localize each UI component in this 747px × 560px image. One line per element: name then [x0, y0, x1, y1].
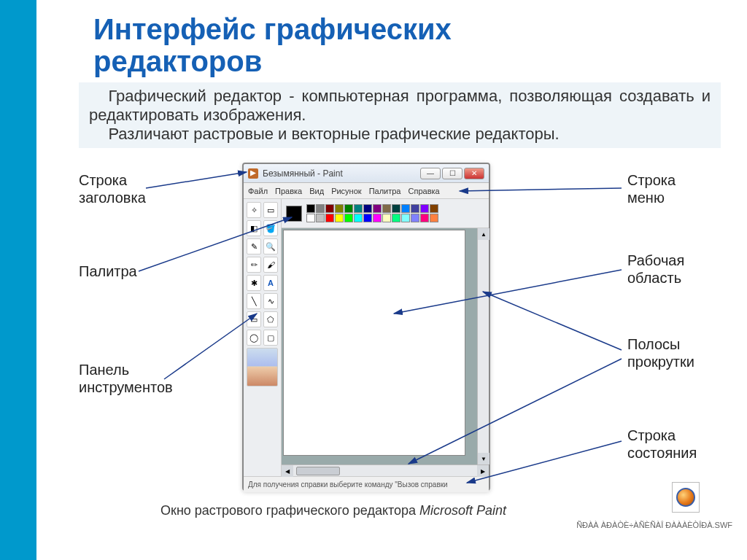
window-controls: — ☐ ✕: [420, 168, 484, 179]
canvas-area: [282, 228, 489, 464]
tool-spray[interactable]: ✱: [247, 275, 261, 291]
color-swatch[interactable]: [335, 204, 344, 213]
minimize-button[interactable]: —: [420, 168, 441, 179]
color-swatches: [306, 204, 438, 222]
tool-pencil[interactable]: ✏: [247, 257, 261, 273]
color-swatch[interactable]: [306, 204, 315, 213]
vertical-scrollbar[interactable]: [477, 228, 489, 464]
label-menubar: Строкаменю: [627, 171, 676, 206]
swf-file-label: ÑÐÀÀ ÀÐÀÒÈ÷ÀÑÈÑÀÎ ÐÀÀÀÈÒÎÐÀ.SWF: [576, 521, 732, 529]
color-swatch[interactable]: [344, 204, 353, 213]
color-swatch[interactable]: [316, 204, 325, 213]
tool-rect[interactable]: ▭: [247, 311, 261, 327]
color-swatch[interactable]: [382, 204, 391, 213]
description-box: Графический редактор - компьютерная прог…: [79, 82, 721, 148]
status-text: Для получения справки выберите команду "…: [248, 481, 448, 489]
right-pane: [282, 199, 489, 476]
tool-picker[interactable]: ✎: [247, 238, 261, 254]
color-swatch[interactable]: [325, 204, 334, 213]
color-swatch[interactable]: [306, 214, 315, 222]
color-swatch[interactable]: [401, 204, 410, 213]
color-swatch[interactable]: [325, 214, 334, 222]
description-paragraph-2: Различают растровые и векторные графичес…: [89, 125, 711, 144]
tool-fill[interactable]: 🪣: [263, 220, 278, 236]
color-swatch[interactable]: [420, 204, 429, 213]
paint-window: Безымянный - Paint — ☐ ✕ Файл Правка Вид…: [242, 163, 490, 491]
label-workarea: Рабочаяобласть: [627, 252, 684, 287]
color-swatch[interactable]: [363, 214, 372, 222]
tool-options-2[interactable]: [247, 366, 278, 386]
tool-roundrect[interactable]: ▢: [263, 330, 278, 346]
color-swatch[interactable]: [382, 214, 391, 222]
window-title-text: Безымянный - Paint: [263, 168, 343, 179]
tool-rect-select[interactable]: ▭: [263, 202, 278, 218]
title-line-2: редакторов: [93, 45, 262, 77]
caption-app-name: Microsoft Paint: [419, 503, 506, 518]
color-swatch[interactable]: [430, 214, 438, 222]
menu-help[interactable]: Справка: [409, 187, 440, 195]
color-swatch[interactable]: [373, 204, 382, 213]
maximize-button[interactable]: ☐: [442, 168, 462, 179]
tool-polygon[interactable]: ⬠: [263, 311, 278, 327]
color-fg-bg[interactable]: [286, 206, 302, 222]
tool-brush[interactable]: 🖌: [263, 257, 278, 273]
svg-line-5: [483, 292, 622, 350]
color-swatch[interactable]: [335, 214, 344, 222]
tool-eraser[interactable]: ◧: [247, 220, 261, 236]
menu-image[interactable]: Рисунок: [331, 187, 362, 195]
color-swatch[interactable]: [344, 214, 353, 222]
close-button[interactable]: ✕: [464, 168, 484, 179]
color-swatch[interactable]: [392, 204, 400, 213]
label-palette: Палитра: [79, 262, 137, 280]
description-paragraph-1: Графический редактор - компьютерная прог…: [89, 87, 711, 125]
caption-text: Окно растрового графического редактора: [160, 503, 419, 518]
color-swatch[interactable]: [354, 204, 363, 213]
menu-view[interactable]: Вид: [309, 187, 324, 195]
menu-file[interactable]: Файл: [248, 187, 268, 195]
window-body: ✧ ▭ ◧ 🪣 ✎ 🔍 ✏ 🖌 ✱ A ╲ ∿ ▭ ⬠ ◯ ▢: [244, 199, 489, 476]
slide-accent-bar: [0, 0, 36, 560]
label-scrollbars: Полосыпрокрутки: [627, 335, 694, 370]
swf-file-icon[interactable]: [672, 482, 700, 513]
horizontal-scrollbar[interactable]: [282, 464, 489, 476]
svg-line-0: [146, 172, 247, 188]
color-swatch[interactable]: [316, 214, 325, 222]
tool-freeform-select[interactable]: ✧: [247, 202, 261, 218]
window-titlebar[interactable]: Безымянный - Paint — ☐ ✕: [244, 164, 489, 183]
label-statusbar: Строкасостояния: [627, 427, 697, 462]
status-bar: Для получения справки выберите команду "…: [244, 476, 489, 492]
color-swatch[interactable]: [392, 214, 400, 222]
slide-title: Интерфейс графических редакторов: [93, 13, 452, 77]
label-titlebar: Строказаголовка: [79, 171, 146, 206]
color-swatch[interactable]: [401, 214, 410, 222]
menu-edit[interactable]: Правка: [275, 187, 302, 195]
tool-curve[interactable]: ∿: [263, 293, 278, 309]
title-line-1: Интерфейс графических: [93, 13, 452, 45]
canvas[interactable]: [283, 230, 465, 456]
color-swatch[interactable]: [430, 204, 438, 213]
paint-app-icon: [248, 168, 258, 179]
label-toolbar: Панельинструментов: [79, 361, 173, 396]
scroll-thumb[interactable]: [296, 467, 340, 475]
tool-text[interactable]: A: [263, 275, 278, 291]
color-swatch[interactable]: [363, 204, 372, 213]
menu-bar: Файл Правка Вид Рисунок Палитра Справка: [244, 183, 489, 199]
color-palette: [282, 199, 489, 228]
tool-ellipse[interactable]: ◯: [247, 330, 261, 346]
color-swatch[interactable]: [373, 214, 382, 222]
tool-panel: ✧ ▭ ◧ 🪣 ✎ 🔍 ✏ 🖌 ✱ A ╲ ∿ ▭ ⬠ ◯ ▢: [244, 199, 282, 476]
tool-line[interactable]: ╲: [247, 293, 261, 309]
menu-palette[interactable]: Палитра: [369, 187, 401, 195]
figure-caption: Окно растрового графического редактора M…: [160, 503, 506, 518]
tool-options-1[interactable]: [247, 348, 278, 368]
color-swatch[interactable]: [411, 214, 419, 222]
color-swatch[interactable]: [411, 204, 419, 213]
color-swatch[interactable]: [354, 214, 363, 222]
tool-zoom[interactable]: 🔍: [263, 238, 278, 254]
color-swatch[interactable]: [420, 214, 429, 222]
